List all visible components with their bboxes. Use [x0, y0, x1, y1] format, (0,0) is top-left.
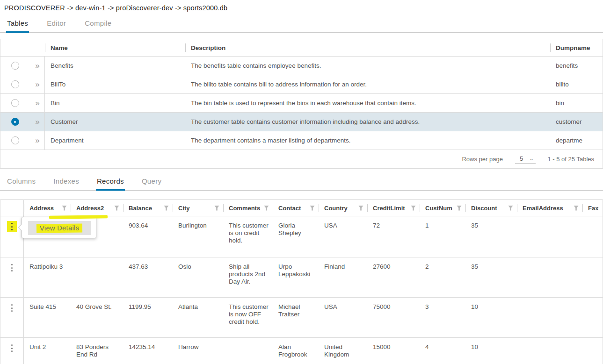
- record-row[interactable]: 903.64 Burlington This customer is on cr…: [0, 216, 603, 257]
- cell-balance: 14235.14: [123, 338, 173, 364]
- cell-address: Rattipolku 3: [24, 257, 71, 297]
- table-row[interactable]: » Bin The bin table is used to represent…: [0, 94, 603, 113]
- cell-fax: [582, 338, 603, 364]
- tab-indexes[interactable]: Indexes: [52, 174, 80, 190]
- tab-tables[interactable]: Tables: [6, 16, 29, 33]
- column-label: City: [178, 205, 190, 212]
- column-header-comments[interactable]: Comments: [223, 200, 273, 216]
- column-label: Discount: [471, 205, 497, 212]
- cell-creditlimit: 75000: [367, 298, 420, 337]
- column-header-dumpname[interactable]: Dumpname: [550, 39, 603, 56]
- table-row[interactable]: » BillTo The billto table contains bill …: [0, 75, 603, 94]
- context-menu: View Details: [22, 217, 96, 238]
- expand-row-icon[interactable]: »: [35, 117, 38, 127]
- cell-country: USA: [319, 298, 367, 337]
- cell-address2: 83 Ponders End Rd: [71, 338, 123, 364]
- rows-per-page-value: 5: [520, 155, 523, 162]
- main-tabbar: Tables Editor Compile: [0, 16, 603, 33]
- table-select-radio-checked[interactable]: [11, 118, 19, 126]
- column-header-custnum[interactable]: CustNum: [420, 200, 465, 216]
- table-name: Department: [45, 131, 185, 150]
- rows-per-page-select[interactable]: 5 ⌄: [515, 154, 536, 164]
- tab-compile[interactable]: Compile: [84, 16, 112, 32]
- tab-editor[interactable]: Editor: [46, 16, 67, 32]
- table-dumpname: billto: [550, 75, 603, 93]
- cell-country: United Kingdom: [319, 338, 367, 364]
- table-row-selected[interactable]: » Customer The customer table contains c…: [0, 113, 603, 131]
- cell-discount: 35: [465, 216, 517, 257]
- expand-row-icon[interactable]: »: [35, 136, 38, 145]
- cell-emailaddress: [517, 298, 582, 337]
- filter-icon[interactable]: [457, 206, 462, 211]
- filter-icon[interactable]: [358, 206, 363, 211]
- filter-icon[interactable]: [310, 206, 315, 211]
- filter-icon[interactable]: [411, 206, 416, 211]
- filter-icon[interactable]: [574, 206, 579, 211]
- expand-row-icon[interactable]: »: [35, 80, 38, 89]
- column-header-discount[interactable]: Discount: [465, 200, 517, 216]
- column-label: EmailAddress: [523, 205, 563, 212]
- column-header-contact[interactable]: Contact: [273, 200, 319, 216]
- tab-columns[interactable]: Columns: [6, 174, 36, 190]
- record-row[interactable]: Unit 2 83 Ponders End Rd 14235.14 Harrow…: [0, 338, 603, 364]
- filter-icon[interactable]: [264, 206, 269, 211]
- filter-icon[interactable]: [62, 206, 67, 211]
- tab-records[interactable]: Records: [96, 174, 125, 191]
- column-header-address[interactable]: Address: [24, 200, 71, 216]
- table-select-radio[interactable]: [11, 136, 19, 144]
- cell-custnum: 4: [420, 338, 465, 364]
- column-header-country[interactable]: Country: [319, 200, 367, 216]
- column-label: Fax: [588, 205, 598, 212]
- expand-row-icon[interactable]: »: [35, 99, 38, 108]
- filter-icon[interactable]: [114, 206, 119, 211]
- cell-custnum: 1: [420, 216, 465, 257]
- cell-discount: 10: [465, 298, 517, 337]
- header-expand-column: [24, 39, 45, 56]
- table-select-radio[interactable]: [11, 80, 19, 88]
- column-label: CustNum: [425, 205, 452, 212]
- table-dumpname: bin: [550, 94, 603, 112]
- cell-emailaddress: [517, 257, 582, 297]
- rows-per-page-label: Rows per page: [462, 156, 502, 163]
- records-grid: Address Address2 Balance City Comments C…: [0, 200, 603, 364]
- filter-icon[interactable]: [508, 206, 513, 211]
- column-header-name[interactable]: Name: [45, 39, 185, 56]
- filter-icon[interactable]: [214, 206, 219, 211]
- table-dumpname: benefits: [550, 57, 603, 75]
- row-menu-kebab-icon[interactable]: [7, 262, 17, 273]
- highlighted-label: View Details: [36, 223, 83, 233]
- cell-comments: Ship all products 2nd Day Air.: [223, 257, 273, 297]
- column-header-creditlimit[interactable]: CreditLimit: [367, 200, 420, 216]
- column-header-address2[interactable]: Address2: [71, 200, 123, 216]
- column-header-description[interactable]: Description: [185, 39, 550, 56]
- table-select-radio[interactable]: [11, 99, 19, 107]
- table-row[interactable]: » Department The department contains a m…: [0, 131, 603, 150]
- cell-emailaddress: [517, 338, 582, 364]
- column-header-emailaddress[interactable]: EmailAddress: [517, 200, 582, 216]
- table-row[interactable]: » Benefits The benefits table contains e…: [0, 57, 603, 75]
- record-row[interactable]: Suite 415 40 Grove St. 1199.95 Atlanta T…: [0, 298, 603, 338]
- cell-custnum: 3: [420, 298, 465, 337]
- column-label: CreditLimit: [373, 205, 405, 212]
- tables-grid: Name Description Dumpname » Benefits The…: [0, 39, 603, 169]
- table-select-radio[interactable]: [11, 62, 19, 70]
- chevron-down-icon: ⌄: [529, 156, 534, 161]
- cell-address: Suite 415: [24, 298, 71, 337]
- column-header-fax[interactable]: Fax: [582, 200, 603, 216]
- cell-balance: 903.64: [123, 216, 173, 257]
- cell-contact: Urpo Leppakoski: [273, 257, 319, 297]
- column-header-city[interactable]: City: [173, 200, 223, 216]
- row-menu-kebab-icon[interactable]: [7, 343, 17, 354]
- column-label: Balance: [129, 205, 152, 212]
- expand-row-icon[interactable]: »: [35, 61, 38, 71]
- column-label: Address2: [76, 205, 104, 212]
- menu-item-view-details[interactable]: View Details: [28, 221, 91, 235]
- filter-icon[interactable]: [164, 206, 169, 211]
- cell-country: Finland: [319, 257, 367, 297]
- row-menu-kebab-icon[interactable]: [7, 302, 17, 314]
- column-header-balance[interactable]: Balance: [123, 200, 173, 216]
- tab-query[interactable]: Query: [141, 174, 162, 190]
- pagination-range: 1 - 5 of 25 Tables: [548, 156, 595, 163]
- record-row[interactable]: Rattipolku 3 437.63 Oslo Ship all produc…: [0, 257, 603, 298]
- row-menu-kebab-icon[interactable]: [7, 221, 17, 232]
